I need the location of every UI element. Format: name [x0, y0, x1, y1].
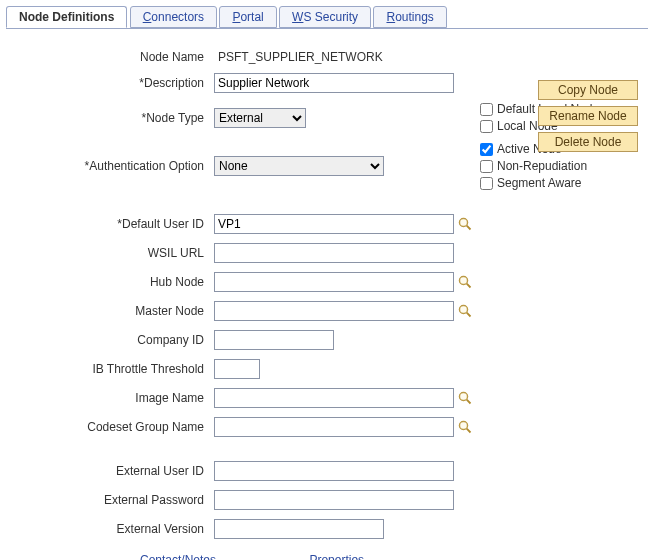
label-external-version: External Version [10, 522, 210, 536]
label-hub-node: Hub Node [10, 275, 210, 289]
label-external-password: External Password [10, 493, 210, 507]
external-user-id-field[interactable] [214, 461, 454, 481]
tab-routings[interactable]: Routings [373, 6, 446, 28]
hub-node-field[interactable] [214, 272, 454, 292]
external-password-field[interactable] [214, 490, 454, 510]
wsil-url-field[interactable] [214, 243, 454, 263]
tab-connectors[interactable]: Connectors [130, 6, 217, 28]
segment-aware-checkbox[interactable] [480, 177, 493, 190]
external-version-field[interactable] [214, 519, 384, 539]
label-wsil-url: WSIL URL [10, 246, 210, 260]
lookup-icon[interactable] [458, 217, 472, 231]
label-external-user-id: External User ID [10, 464, 210, 478]
master-node-field[interactable] [214, 301, 454, 321]
ib-throttle-threshold-field[interactable] [214, 359, 260, 379]
label-master-node: Master Node [10, 304, 210, 318]
tab-strip: Node Definitions Connectors Portal WS Se… [6, 6, 648, 28]
label-image-name: Image Name [10, 391, 210, 405]
authentication-option-select[interactable]: None [214, 156, 384, 176]
copy-node-button[interactable]: Copy Node [538, 80, 638, 100]
label-ib-throttle-threshold: IB Throttle Threshold [10, 362, 210, 376]
lookup-icon[interactable] [458, 304, 472, 318]
link-properties[interactable]: Properties [309, 553, 364, 560]
active-node-checkbox[interactable] [480, 143, 493, 156]
value-node-name: PSFT_SUPPLIER_NETWORK [214, 50, 454, 64]
label-node-name: Node Name [10, 50, 210, 64]
bottom-links: Contact/Notes Properties [140, 553, 638, 560]
company-id-field[interactable] [214, 330, 334, 350]
non-repudiation-checkbox[interactable] [480, 160, 493, 173]
label-description: *Description [10, 76, 210, 90]
delete-node-button[interactable]: Delete Node [538, 132, 638, 152]
lookup-icon[interactable] [458, 420, 472, 434]
lookup-icon[interactable] [458, 275, 472, 289]
segment-aware-label: Segment Aware [497, 176, 582, 190]
label-company-id: Company ID [10, 333, 210, 347]
tab-portal[interactable]: Portal [219, 6, 276, 28]
codeset-group-name-field[interactable] [214, 417, 454, 437]
label-default-user-id: *Default User ID [10, 217, 210, 231]
default-local-node-checkbox[interactable] [480, 103, 493, 116]
action-button-group: Copy Node Rename Node Delete Node [538, 80, 638, 152]
default-user-id-field[interactable] [214, 214, 454, 234]
label-authentication-option: *Authentication Option [10, 159, 210, 173]
tab-node-definitions[interactable]: Node Definitions [6, 6, 127, 28]
link-contact-notes[interactable]: Contact/Notes [140, 553, 216, 560]
image-name-field[interactable] [214, 388, 454, 408]
lookup-icon[interactable] [458, 391, 472, 405]
label-codeset-group-name: Codeset Group Name [10, 420, 210, 434]
rename-node-button[interactable]: Rename Node [538, 106, 638, 126]
page-body: Copy Node Rename Node Delete Node Node N… [0, 42, 648, 560]
label-node-type: *Node Type [10, 111, 210, 125]
node-type-select[interactable]: External [214, 108, 306, 128]
description-field[interactable] [214, 73, 454, 93]
non-repudiation-checkbox-row[interactable]: Non-Repudiation [480, 159, 648, 173]
non-repudiation-label: Non-Repudiation [497, 159, 587, 173]
local-node-checkbox[interactable] [480, 120, 493, 133]
tab-ws-security[interactable]: WS Security [279, 6, 371, 28]
segment-aware-checkbox-row[interactable]: Segment Aware [480, 176, 648, 190]
